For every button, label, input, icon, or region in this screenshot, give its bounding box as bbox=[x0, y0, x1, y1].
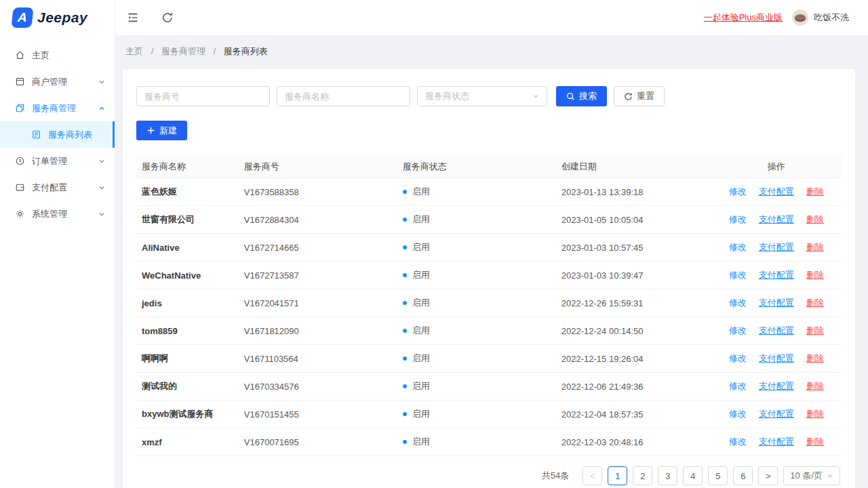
pagination-page-1[interactable]: 1 bbox=[608, 466, 627, 485]
table-row: 啊啊啊 V1671103564 启用 2022-12-15 19:26:04 修… bbox=[136, 345, 842, 373]
pagination-page-4[interactable]: 4 bbox=[683, 466, 703, 485]
status-badge: 启用 bbox=[412, 214, 430, 224]
delete-link[interactable]: 删除 bbox=[806, 325, 824, 336]
status-dot-icon bbox=[403, 357, 407, 361]
status-badge: 启用 bbox=[412, 409, 430, 419]
breadcrumb: 主页 / 服务商管理 / 服务商列表 bbox=[115, 35, 868, 58]
pagination-prev-button[interactable]: < bbox=[583, 466, 602, 485]
isv-status: 启用 bbox=[397, 428, 556, 456]
status-badge: 启用 bbox=[412, 242, 430, 252]
pay-config-link[interactable]: 支付配置 bbox=[759, 186, 794, 197]
edit-link[interactable]: 修改 bbox=[729, 298, 747, 308]
col-header-no: 服务商号 bbox=[239, 156, 397, 178]
jeepay-logo-icon: A bbox=[11, 7, 33, 28]
pagination-page-6[interactable]: 6 bbox=[733, 466, 753, 485]
sidebar-item-pay-config[interactable]: 支付配置 bbox=[0, 174, 115, 201]
pagination-next-button[interactable]: > bbox=[758, 466, 778, 485]
edit-link[interactable]: 修改 bbox=[729, 214, 747, 224]
delete-link[interactable]: 删除 bbox=[806, 409, 824, 419]
isv-created: 2022-12-04 18:57:35 bbox=[556, 401, 711, 428]
cluster-icon bbox=[15, 103, 25, 113]
plus-promo-link[interactable]: 一起体验Plus商业版 bbox=[704, 12, 783, 24]
sidebar: A Jeepay 主页 商户管理 bbox=[0, 0, 115, 488]
plus-icon bbox=[146, 126, 155, 135]
row-actions: 修改支付配置删除 bbox=[711, 345, 842, 373]
page-size-select[interactable]: 10 条/页 bbox=[783, 466, 840, 485]
refresh-icon[interactable] bbox=[161, 12, 174, 24]
sidebar-item-label: 主页 bbox=[32, 49, 105, 62]
table-row: jedis V1672041571 启用 2022-12-26 15:59:31… bbox=[136, 289, 842, 317]
pay-config-link[interactable]: 支付配置 bbox=[759, 298, 794, 308]
pay-config-link[interactable]: 支付配置 bbox=[759, 436, 794, 447]
isv-name-input[interactable] bbox=[277, 86, 410, 106]
chevron-down-icon bbox=[98, 79, 105, 85]
delete-link[interactable]: 删除 bbox=[806, 242, 824, 252]
delete-link[interactable]: 删除 bbox=[806, 214, 824, 224]
delete-link[interactable]: 删除 bbox=[806, 298, 824, 308]
main-area: 一起体验Plus商业版 吃饭不洗 主页 / 服务商管理 / 服务商列表 服务商状… bbox=[115, 0, 868, 488]
isv-no: V1672714665 bbox=[239, 234, 397, 262]
sidebar-item-order-management[interactable]: 订单管理 bbox=[0, 148, 115, 174]
isv-no: V1671812090 bbox=[239, 317, 397, 345]
delete-link[interactable]: 删除 bbox=[806, 436, 824, 447]
table-row: 蓝色妖姬 V1673588358 启用 2023-01-13 13:39:18 … bbox=[136, 178, 842, 206]
brand-logo[interactable]: A Jeepay bbox=[0, 0, 115, 35]
edit-link[interactable]: 修改 bbox=[729, 325, 747, 336]
pagination-page-2[interactable]: 2 bbox=[633, 466, 652, 485]
isv-no-input[interactable] bbox=[136, 86, 270, 106]
pay-config-link[interactable]: 支付配置 bbox=[759, 325, 794, 336]
search-button-label: 搜索 bbox=[579, 90, 597, 102]
isv-created: 2023-01-13 13:39:18 bbox=[556, 178, 711, 206]
sidebar-item-label: 服务商列表 bbox=[48, 129, 103, 141]
edit-link[interactable]: 修改 bbox=[729, 436, 747, 447]
isv-created: 2023-01-03 10:39:47 bbox=[556, 262, 711, 289]
col-header-actions: 操作 bbox=[711, 156, 842, 178]
delete-link[interactable]: 删除 bbox=[806, 381, 824, 391]
isv-status-select[interactable]: 服务商状态 bbox=[417, 86, 547, 106]
delete-link[interactable]: 删除 bbox=[806, 270, 824, 280]
delete-link[interactable]: 删除 bbox=[806, 353, 824, 363]
pay-config-link[interactable]: 支付配置 bbox=[759, 214, 794, 224]
chevron-down-icon bbox=[98, 184, 105, 191]
sidebar-item-label: 商户管理 bbox=[32, 76, 98, 88]
search-button[interactable]: 搜索 bbox=[556, 86, 607, 106]
edit-link[interactable]: 修改 bbox=[729, 381, 747, 391]
sidebar-item-system-management[interactable]: 系统管理 bbox=[0, 201, 115, 227]
edit-link[interactable]: 修改 bbox=[729, 409, 747, 419]
chevron-down-icon bbox=[98, 158, 105, 165]
status-badge: 启用 bbox=[412, 270, 430, 280]
delete-link[interactable]: 删除 bbox=[806, 186, 824, 197]
pay-config-link[interactable]: 支付配置 bbox=[759, 242, 794, 252]
isv-status: 启用 bbox=[397, 206, 556, 234]
pagination-page-3[interactable]: 3 bbox=[658, 466, 677, 485]
isv-created: 2023-01-03 10:57:45 bbox=[556, 234, 711, 262]
sidebar-item-isv-list[interactable]: 服务商列表 bbox=[0, 121, 115, 148]
isv-table: 服务商名称 服务商号 服务商状态 创建日期 操作 蓝色妖姬 V167358835… bbox=[136, 156, 842, 456]
pay-config-link[interactable]: 支付配置 bbox=[759, 270, 794, 280]
edit-link[interactable]: 修改 bbox=[729, 270, 747, 280]
sidebar-item-merchant-management[interactable]: 商户管理 bbox=[0, 68, 115, 95]
sidebar-item-isv-management[interactable]: 服务商管理 bbox=[0, 95, 115, 121]
pagination-page-5[interactable]: 5 bbox=[708, 466, 728, 485]
breadcrumb-item-isv-management[interactable]: 服务商管理 bbox=[161, 46, 205, 56]
edit-link[interactable]: 修改 bbox=[729, 186, 747, 197]
isv-created: 2022-12-06 21:49:36 bbox=[556, 373, 711, 401]
status-badge: 启用 bbox=[412, 186, 430, 197]
isv-status: 启用 bbox=[397, 289, 556, 317]
pay-config-link[interactable]: 支付配置 bbox=[759, 353, 794, 363]
row-actions: 修改支付配置删除 bbox=[711, 178, 842, 206]
reset-button[interactable]: 重置 bbox=[614, 86, 665, 106]
create-button[interactable]: 新建 bbox=[136, 121, 187, 140]
pay-config-link[interactable]: 支付配置 bbox=[759, 381, 794, 391]
edit-link[interactable]: 修改 bbox=[729, 353, 747, 363]
breadcrumb-item-home[interactable]: 主页 bbox=[125, 46, 143, 56]
pay-config-link[interactable]: 支付配置 bbox=[759, 409, 794, 419]
isv-status: 启用 bbox=[397, 401, 556, 428]
status-badge: 启用 bbox=[412, 436, 430, 447]
username[interactable]: 吃饭不洗 bbox=[814, 12, 849, 24]
isv-no: V1670071695 bbox=[239, 428, 397, 456]
menu-fold-icon[interactable] bbox=[127, 12, 139, 24]
edit-link[interactable]: 修改 bbox=[729, 242, 747, 252]
avatar[interactable] bbox=[792, 9, 808, 26]
sidebar-item-home[interactable]: 主页 bbox=[0, 42, 115, 68]
